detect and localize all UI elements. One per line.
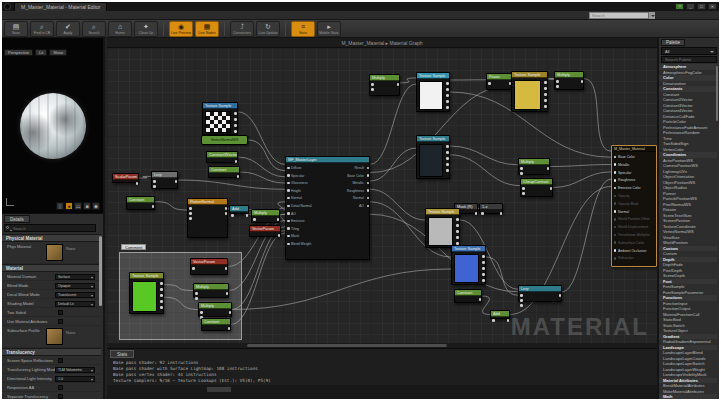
mobile-stats-button[interactable]: ▸Mobile Stats	[317, 21, 341, 37]
stats-tab[interactable]: Stats	[110, 350, 134, 358]
node-pin[interactable]	[446, 145, 449, 148]
node-pin[interactable]	[614, 210, 617, 213]
node-pin[interactable]	[520, 167, 523, 170]
node-pin[interactable]	[544, 105, 547, 108]
node-pin[interactable]	[446, 82, 449, 85]
graph-node-flat1[interactable]: FlattenNormal	[187, 198, 228, 238]
viewport-perspective-button[interactable]: Perspective	[4, 49, 33, 56]
graph-node-texChecker[interactable]: Texture Sample	[202, 102, 238, 135]
graph-node-gw[interactable]: CheapContrast	[520, 178, 553, 197]
details-category-header[interactable]: Material	[2, 264, 101, 272]
node-pin[interactable]	[446, 157, 449, 160]
node-pin[interactable]	[614, 226, 617, 229]
node-pin[interactable]	[287, 174, 290, 177]
graph-node-r1[interactable]: ScalarParam	[112, 173, 139, 183]
node-pin[interactable]	[456, 236, 459, 239]
details-tab[interactable]: Details	[4, 215, 30, 223]
checkbox[interactable]	[58, 358, 63, 363]
palette-tab[interactable]: Palette	[661, 39, 685, 46]
node-pin[interactable]	[278, 234, 281, 237]
graph-node-sm2[interactable]: 1-x	[479, 203, 503, 214]
node-pin[interactable]	[475, 212, 478, 215]
node-pin[interactable]	[192, 267, 195, 270]
details-dropdown[interactable]: TLM Volumetric	[55, 367, 95, 373]
search-button[interactable]: ⌕Search	[82, 21, 106, 37]
node-pin[interactable]	[136, 182, 139, 185]
node-pin[interactable]	[225, 267, 228, 270]
node-pin[interactable]	[520, 304, 523, 307]
details-dropdown[interactable]: Default Lit	[55, 301, 95, 307]
node-pin[interactable]	[446, 88, 449, 91]
node-pin[interactable]	[397, 83, 400, 86]
node-pin[interactable]	[235, 160, 238, 163]
details-category-header[interactable]: Translucency	[2, 348, 101, 356]
comment-label[interactable]: Comment	[121, 244, 146, 250]
node-pin[interactable]	[152, 205, 155, 208]
details-scrollbar[interactable]	[99, 236, 102, 306]
graph-node-texYellow[interactable]: Texture Sample	[511, 71, 548, 112]
checkbox[interactable]	[58, 319, 63, 324]
node-pin[interactable]	[456, 224, 459, 227]
save-button[interactable]: ▤Save	[4, 21, 28, 37]
hscroll-thumb[interactable]	[247, 344, 447, 347]
asset-thumbnail[interactable]	[46, 328, 63, 345]
home-button[interactable]: ⌂Home	[108, 21, 132, 37]
graph-node-gr[interactable]: Multiply	[554, 71, 584, 90]
window-search-input[interactable]	[589, 12, 655, 19]
node-pin[interactable]	[225, 207, 228, 210]
node-pin[interactable]	[614, 195, 617, 198]
graph-node-gv[interactable]: Multiply	[518, 158, 550, 175]
graph-node-lerp1[interactable]: Lerp	[151, 171, 178, 189]
node-pin[interactable]	[446, 163, 449, 166]
details-dropdown[interactable]: 1.0	[55, 376, 95, 382]
details-dropdown[interactable]: Opaque	[55, 283, 95, 289]
node-pin[interactable]	[160, 306, 163, 309]
sphere-shape-button[interactable]: ●	[65, 202, 73, 210]
node-pin[interactable]	[520, 172, 523, 175]
minimize-button[interactable]: _	[686, 3, 695, 10]
node-pin[interactable]	[614, 257, 617, 260]
node-pin[interactable]	[226, 292, 229, 295]
graph-breadcrumb[interactable]: M_Master_Material ▸ Material Graph	[107, 38, 657, 48]
node-pin[interactable]	[456, 218, 459, 221]
node-pin[interactable]	[160, 288, 163, 291]
preview-viewport[interactable]: PerspectiveLitShow ▯●▭■◆	[2, 38, 105, 213]
node-pin[interactable]	[189, 212, 192, 215]
node-pin[interactable]	[367, 174, 370, 177]
node-pin[interactable]	[559, 294, 562, 297]
node-pin[interactable]	[371, 83, 374, 86]
node-pin[interactable]	[229, 311, 232, 314]
node-pin[interactable]	[287, 227, 290, 230]
graph-node-pillNormal[interactable]: VertexNormalWS	[201, 135, 248, 145]
node-pin[interactable]	[195, 297, 198, 300]
asset-thumbnail[interactable]	[46, 244, 63, 261]
search-dropdown-arrow-icon[interactable]	[648, 12, 655, 19]
palette-search-input[interactable]	[661, 56, 717, 63]
graph-node-big[interactable]: MF_MasterLayerDiffuseSpecularGlossinessH…	[285, 156, 370, 260]
node-pin[interactable]	[446, 94, 449, 97]
node-pin[interactable]	[234, 112, 237, 115]
node-pin[interactable]	[253, 218, 256, 221]
node-pin[interactable]	[200, 311, 203, 314]
node-pin[interactable]	[614, 156, 617, 159]
node-pin[interactable]	[175, 180, 178, 183]
graph-node-texGreen[interactable]: Texture Sample	[129, 272, 164, 314]
node-pin[interactable]	[160, 300, 163, 303]
node-pin[interactable]	[446, 151, 449, 154]
node-pin[interactable]	[614, 202, 617, 205]
node-pin[interactable]	[614, 179, 617, 182]
node-pin[interactable]	[189, 217, 192, 220]
clean-up-button[interactable]: ✦Clean Up	[134, 21, 158, 37]
node-pin[interactable]	[507, 319, 510, 322]
cylinder-shape-button[interactable]: ▯	[56, 202, 64, 210]
node-pin[interactable]	[614, 187, 617, 190]
node-pin[interactable]	[367, 182, 370, 185]
node-pin[interactable]	[153, 180, 156, 183]
node-pin[interactable]	[446, 169, 449, 172]
palette-scrollbar[interactable]	[716, 66, 719, 121]
cube-shape-button[interactable]: ■	[83, 202, 91, 210]
graph-node-cbG1[interactable]: Multiply	[193, 283, 229, 298]
palette-item[interactable]: RadialGradientExponential	[659, 339, 717, 345]
live-nodes-button[interactable]: ▦Live Nodes	[195, 21, 219, 37]
node-pin[interactable]	[367, 167, 370, 170]
